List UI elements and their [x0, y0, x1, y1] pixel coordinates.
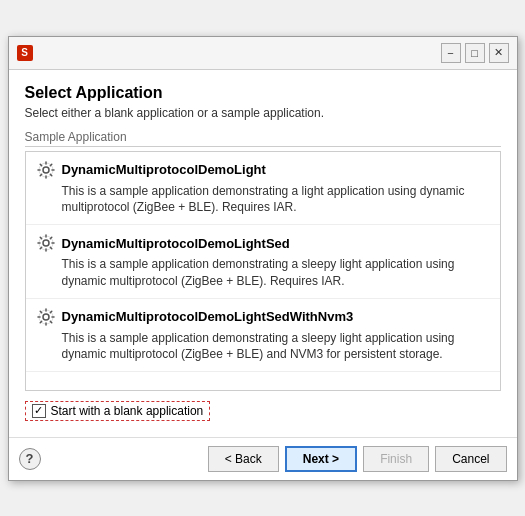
- dialog-subtitle: Select either a blank application or a s…: [25, 106, 501, 120]
- blank-app-checkbox[interactable]: ✓: [32, 404, 46, 418]
- svg-point-2: [43, 240, 49, 246]
- list-item-name: DynamicMultiprotocolDemoLightSedWithNvm3: [62, 309, 354, 324]
- list-item-name: DynamicMultiprotocolDemoLight: [62, 162, 266, 177]
- gear-icon: [36, 160, 56, 180]
- footer: ? < Back Next > Finish Cancel: [9, 437, 517, 480]
- maximize-button[interactable]: □: [465, 43, 485, 63]
- section-label: Sample Application: [25, 130, 501, 147]
- footer-left: ?: [19, 448, 41, 470]
- help-button[interactable]: ?: [19, 448, 41, 470]
- svg-point-3: [39, 236, 53, 250]
- gear-icon: [36, 233, 56, 253]
- dialog-title: Select Application: [25, 84, 501, 102]
- title-bar-controls: − □ ✕: [441, 43, 509, 63]
- dialog: S − □ ✕ Select Application Select either…: [8, 36, 518, 481]
- blank-app-row[interactable]: ✓ Start with a blank application: [25, 401, 211, 421]
- app-icon: S: [17, 45, 33, 61]
- sample-app-list[interactable]: DynamicMultiprotocolDemoLight This is a …: [25, 151, 501, 391]
- footer-right: < Back Next > Finish Cancel: [208, 446, 507, 472]
- dialog-body: Select Application Select either a blank…: [9, 70, 517, 437]
- svg-point-5: [39, 310, 53, 324]
- list-item[interactable]: DynamicMultiprotocolDemoLight This is a …: [26, 152, 500, 226]
- list-item-header: DynamicMultiprotocolDemoLightSedWithNvm3: [36, 307, 490, 327]
- svg-point-1: [39, 163, 53, 177]
- list-item-header: DynamicMultiprotocolDemoLight: [36, 160, 490, 180]
- blank-app-label: Start with a blank application: [51, 404, 204, 418]
- list-item-header: DynamicMultiprotocolDemoLightSed: [36, 233, 490, 253]
- finish-button[interactable]: Finish: [363, 446, 429, 472]
- list-item[interactable]: DynamicMultiprotocolDemoLightSedWithNvm3…: [26, 299, 500, 373]
- list-item-name: DynamicMultiprotocolDemoLightSed: [62, 236, 290, 251]
- list-item-desc: This is a sample application demonstrati…: [62, 256, 490, 290]
- minimize-button[interactable]: −: [441, 43, 461, 63]
- gear-icon: [36, 307, 56, 327]
- title-bar: S − □ ✕: [9, 37, 517, 70]
- list-item[interactable]: DynamicMultiprotocolDemoLightSed This is…: [26, 225, 500, 299]
- title-bar-left: S: [17, 45, 39, 61]
- close-button[interactable]: ✕: [489, 43, 509, 63]
- svg-point-0: [43, 167, 49, 173]
- back-button[interactable]: < Back: [208, 446, 279, 472]
- list-item-desc: This is a sample application demonstrati…: [62, 183, 490, 217]
- svg-point-4: [43, 314, 49, 320]
- list-item-desc: This is a sample application demonstrati…: [62, 330, 490, 364]
- cancel-button[interactable]: Cancel: [435, 446, 506, 472]
- next-button[interactable]: Next >: [285, 446, 357, 472]
